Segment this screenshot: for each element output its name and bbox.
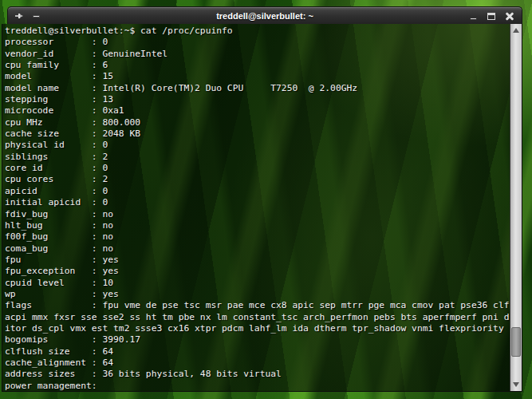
scroll-up-button[interactable] bbox=[510, 25, 522, 36]
shade-icon[interactable] bbox=[31, 11, 41, 21]
terminal-output[interactable]: treddell@silverbullet:~$ cat /proc/cpuin… bbox=[2, 24, 510, 391]
close-button[interactable] bbox=[505, 11, 514, 21]
maximize-button[interactable] bbox=[487, 11, 496, 21]
desktop: treddell@silverbullet: ~ treddell@silver… bbox=[0, 0, 532, 399]
arrow-down-icon bbox=[513, 382, 519, 387]
titlebar-left-buttons bbox=[8, 11, 41, 21]
scrollbar-thumb[interactable] bbox=[511, 327, 521, 357]
scroll-down-button[interactable] bbox=[510, 379, 522, 390]
pin-icon-glyph bbox=[14, 11, 24, 21]
terminal-window: treddell@silverbullet: ~ treddell@silver… bbox=[2, 6, 522, 392]
titlebar-right-buttons bbox=[468, 11, 522, 21]
scrollbar[interactable] bbox=[510, 24, 522, 391]
close-icon bbox=[506, 12, 514, 20]
minimize-button[interactable] bbox=[468, 11, 478, 21]
terminal-content-area: treddell@silverbullet:~$ cat /proc/cpuin… bbox=[2, 24, 522, 392]
maximize-icon bbox=[487, 13, 495, 20]
shade-icon-glyph bbox=[33, 15, 40, 18]
terminal-titlebar[interactable]: treddell@silverbullet: ~ bbox=[7, 6, 522, 24]
arrow-up-icon bbox=[513, 28, 519, 33]
minimize-icon bbox=[470, 18, 477, 20]
pin-icon[interactable] bbox=[14, 11, 24, 21]
window-title: treddell@silverbullet: ~ bbox=[8, 11, 522, 21]
